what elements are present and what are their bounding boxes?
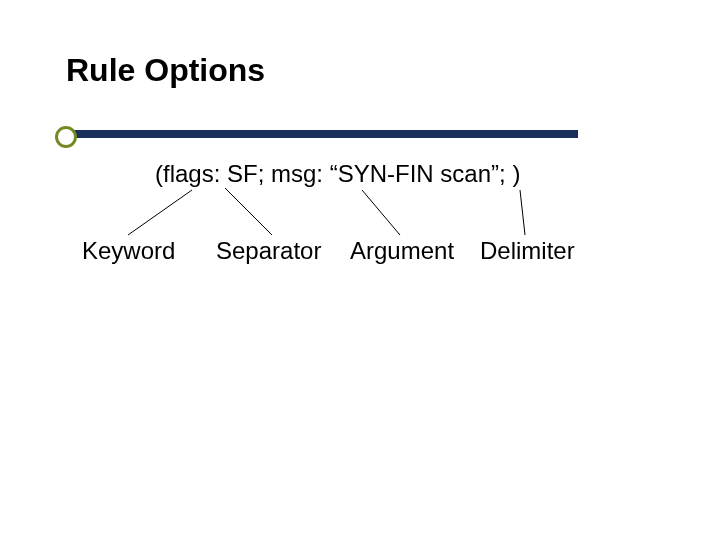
label-delimiter: Delimiter <box>480 237 575 265</box>
slide: Rule Options (flags: SF; msg: “SYN-FIN s… <box>0 0 720 540</box>
label-argument: Argument <box>350 237 454 265</box>
svg-line-0 <box>128 190 192 235</box>
title-underline <box>70 130 578 138</box>
label-keyword: Keyword <box>82 237 175 265</box>
svg-line-3 <box>520 190 525 235</box>
svg-line-2 <box>362 190 400 235</box>
bullet-icon <box>55 126 77 148</box>
svg-line-1 <box>225 188 272 235</box>
slide-title: Rule Options <box>66 52 265 89</box>
label-separator: Separator <box>216 237 321 265</box>
rule-example-text: (flags: SF; msg: “SYN-FIN scan”; ) <box>155 160 520 188</box>
